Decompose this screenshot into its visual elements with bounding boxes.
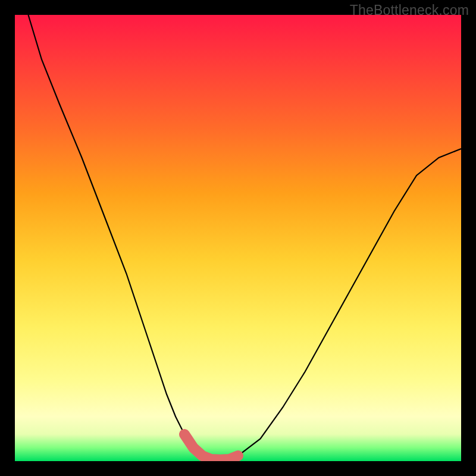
trough-highlight [184,434,238,460]
watermark-text: TheBottleneck.com [350,2,469,18]
bottleneck-curve [29,15,462,460]
chart-svg [15,15,461,461]
chart-plot-area [15,15,461,461]
